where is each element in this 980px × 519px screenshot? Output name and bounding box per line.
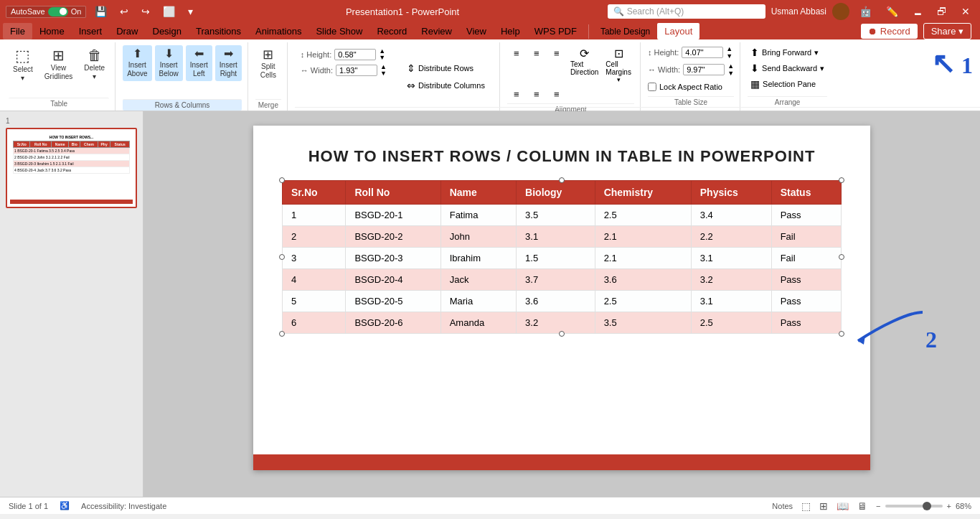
table-cell: BSGD-20-4	[346, 269, 440, 291]
normal-view-icon[interactable]: ⬚	[801, 500, 811, 512]
table-cell: 3.2	[517, 312, 595, 334]
lock-aspect-checkbox[interactable]	[648, 83, 656, 91]
presenter-view-icon[interactable]: 🖥	[857, 500, 867, 512]
menu-design[interactable]: Design	[146, 23, 189, 39]
delete-button[interactable]: 🗑 Delete ▾	[80, 45, 109, 83]
redo-button[interactable]: ↪	[137, 4, 154, 19]
undo-button[interactable]: ↩	[116, 4, 133, 19]
user-name: Usman Abbasi	[771, 6, 826, 17]
handle-tl[interactable]	[279, 177, 285, 183]
menu-record[interactable]: Record	[369, 23, 414, 39]
autosave-badge[interactable]: AutoSave On	[6, 6, 86, 18]
table-height-input[interactable]	[682, 47, 723, 58]
slide-thumbnail[interactable]: HOW TO INSERT ROWS... Sr.No Roll No Name…	[6, 128, 137, 208]
menu-review[interactable]: Review	[414, 23, 459, 39]
presentation-view-button[interactable]: ⬜	[159, 4, 179, 19]
menu-help[interactable]: Help	[494, 23, 527, 39]
insert-left-button[interactable]: ⬅ InsertLeft	[186, 45, 212, 81]
minimize-button[interactable]: 🗕	[908, 4, 927, 19]
align-middle-right-button[interactable]: ≡	[547, 86, 566, 102]
table-row[interactable]: 6BSGD-20-6Amanda3.23.52.5Pass	[283, 312, 842, 334]
restore-button[interactable]: 🗗	[933, 4, 951, 19]
handle-br[interactable]	[839, 331, 844, 337]
copilot-button[interactable]: 🤖	[855, 4, 876, 19]
zoom-slider[interactable]	[885, 505, 943, 508]
table-row[interactable]: 2BSGD-20-2John3.12.12.2Fail	[283, 226, 842, 248]
menu-layout[interactable]: Layout	[657, 23, 699, 39]
handle-ml[interactable]	[279, 254, 285, 260]
table-width-input[interactable]	[683, 64, 725, 75]
record-button[interactable]: ⏺ Record	[861, 24, 918, 39]
insert-below-button[interactable]: ⬇ InsertBelow	[155, 45, 183, 81]
notes-button[interactable]: Notes	[772, 502, 793, 510]
handle-mr[interactable]	[839, 254, 844, 260]
selection-pane-button[interactable]: ▦ Selection Pane	[748, 77, 827, 91]
handle-bl[interactable]	[279, 331, 285, 337]
main-area: 1 HOW TO INSERT ROWS... Sr.No Roll No Na…	[0, 111, 980, 497]
share-button[interactable]: Share ▾	[923, 23, 971, 39]
slide-sorter-icon[interactable]: ⊞	[819, 500, 828, 512]
cell-width-spinner[interactable]: ▲▼	[380, 64, 387, 77]
search-icon: 🔍	[613, 6, 624, 17]
menu-insert[interactable]: Insert	[72, 23, 110, 39]
table-row[interactable]: 4BSGD-20-4Jack3.73.63.2Pass	[283, 269, 842, 291]
menu-table-design[interactable]: Table Design	[593, 24, 657, 39]
cell-height-spinner[interactable]: ▲▼	[379, 48, 385, 61]
menu-file[interactable]: File	[3, 23, 32, 39]
table-cell: Amanda	[440, 312, 516, 334]
zoom-out-button[interactable]: −	[876, 502, 880, 510]
cell-height-input[interactable]	[334, 49, 376, 60]
handle-tc[interactable]	[559, 177, 565, 183]
cell-width-input[interactable]	[336, 65, 377, 76]
close-button[interactable]: ✕	[957, 4, 974, 19]
menu-transitions[interactable]: Transitions	[189, 23, 248, 39]
insert-above-button[interactable]: ⬆ InsertAbove	[123, 45, 151, 81]
pen-button[interactable]: ✏️	[882, 4, 903, 19]
table-container[interactable]: Sr.NoRoll NoNameBiologyChemistryPhysicsS…	[282, 180, 842, 334]
rows-cols-label: Rows & Columns	[123, 99, 242, 111]
reading-view-icon[interactable]: 📖	[837, 500, 849, 512]
distribute-cols-button[interactable]: ⇔ Distribute Columns	[404, 78, 488, 93]
menu-wpspdf[interactable]: WPS PDF	[527, 23, 584, 39]
table-cell: Maria	[440, 291, 516, 312]
menu-view[interactable]: View	[459, 23, 494, 39]
menu-home[interactable]: Home	[32, 23, 72, 39]
handle-bc[interactable]	[559, 331, 565, 337]
table-header-cell: Roll No	[346, 181, 440, 205]
align-middle-center-button[interactable]: ≡	[527, 86, 546, 102]
distribute-cols-label: Distribute Columns	[418, 81, 485, 90]
table-row[interactable]: 3BSGD-20-3Ibrahim1.52.13.1Fail	[283, 248, 842, 269]
view-gridlines-button[interactable]: ⊞ View Gridlines	[40, 45, 77, 84]
split-cells-button[interactable]: ⊞ SplitCells	[255, 45, 281, 83]
align-top-left-button[interactable]: ≡	[507, 45, 526, 61]
save-button[interactable]: 💾	[90, 4, 111, 19]
align-top-right-button[interactable]: ≡	[547, 45, 566, 61]
menu-draw[interactable]: Draw	[109, 23, 145, 39]
cell-margins-button[interactable]: ⊡ CellMargins ▾	[603, 45, 634, 85]
table-height-spinner[interactable]: ▲▼	[726, 45, 732, 60]
cell-width-label: ↔ Width:	[301, 66, 333, 75]
handle-tr[interactable]	[839, 177, 844, 183]
table-row[interactable]: 5BSGD-20-5Maria3.62.53.1Pass	[283, 291, 842, 312]
table-cell: 4	[283, 269, 346, 291]
align-top-center-button[interactable]: ≡	[527, 45, 546, 61]
insert-right-button[interactable]: ➡ InsertRight	[215, 45, 242, 81]
zoom-slider-thumb[interactable]	[923, 502, 931, 510]
table-width-spinner[interactable]: ▲▼	[727, 62, 734, 77]
customize-button[interactable]: ▾	[184, 4, 197, 19]
zoom-in-button[interactable]: +	[947, 502, 951, 510]
select-button[interactable]: ⬚ Select ▾	[9, 45, 37, 85]
table-cell: Fail	[771, 248, 841, 269]
menu-slideshow[interactable]: Slide Show	[308, 23, 369, 39]
distribute-rows-button[interactable]: ⇕ Distribute Rows	[404, 61, 488, 75]
menu-animations[interactable]: Animations	[248, 23, 308, 39]
search-bar[interactable]: 🔍 Search (Alt+Q)	[608, 4, 765, 19]
zoom-control: − + 68%	[876, 502, 971, 510]
text-direction-button[interactable]: ⟳ TextDirection	[567, 45, 601, 85]
send-backward-button[interactable]: ⬇ Send Backward ▾	[748, 61, 827, 75]
table-row[interactable]: 1BSGD-20-1Fatima3.52.53.4Pass	[283, 205, 842, 226]
table-cell: 6	[283, 312, 346, 334]
autosave-toggle[interactable]	[48, 7, 68, 17]
align-middle-left-button[interactable]: ≡	[507, 86, 526, 102]
bring-forward-button[interactable]: ⬆ Bring Forward ▾	[748, 45, 827, 60]
